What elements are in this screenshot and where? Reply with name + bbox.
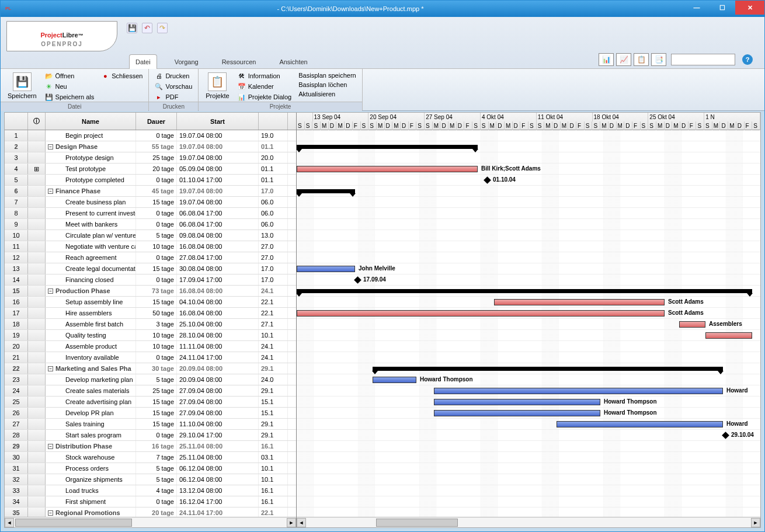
collapse-icon[interactable]: − [48,444,53,449]
task-name-cell[interactable]: Develop PR plan [46,408,136,418]
projects-dialog-button[interactable]: 📊Projekte Dialog [237,92,293,102]
end-cell[interactable]: 22.1 [259,507,288,517]
end-cell[interactable]: 24.1 [259,341,288,352]
task-name-cell[interactable]: −Marketing and Sales Pha [46,363,136,374]
start-cell[interactable]: 16.08.04 08:00 [177,308,259,318]
duration-cell[interactable]: 10 tage [136,241,177,252]
end-cell[interactable]: 29.1 [259,430,288,440]
task-name-cell[interactable]: Quality testing [46,330,136,340]
end-cell[interactable]: 29.1 [259,385,288,396]
gantt-row[interactable]: Howard Thompson [297,397,760,408]
start-cell[interactable]: 19.07.04 08:00 [177,130,259,141]
duration-cell[interactable]: 15 tage [136,197,177,207]
end-cell[interactable]: 22.1 [259,308,288,318]
duration-cell[interactable]: 0 tage [136,252,177,263]
row-number[interactable]: 20 [5,341,28,352]
start-cell[interactable]: 06.12.04 08:00 [177,463,259,474]
start-cell[interactable]: 11.10.04 08:00 [177,419,259,429]
gantt-row[interactable] [297,130,760,141]
row-number[interactable]: 33 [5,485,28,496]
task-row[interactable]: 5Prototype completed0 tage01.10.04 17:00… [5,175,296,186]
header-duration[interactable]: Dauer [136,113,177,130]
row-number[interactable]: 17 [5,308,28,318]
duration-cell[interactable]: 50 tage [136,308,177,318]
task-name-cell[interactable]: Assemble first batch [46,319,136,329]
ribbon-tab-datei[interactable]: Datei [129,54,157,69]
gantt-row[interactable] [297,152,760,164]
row-number[interactable]: 13 [5,263,28,274]
end-cell[interactable]: 16.1 [259,441,288,451]
task-name-cell[interactable]: −Finance Phase [46,186,136,196]
end-cell[interactable]: 19.0 [259,130,288,141]
end-cell[interactable]: 20.0 [259,152,288,163]
task-name-cell[interactable]: First shipment [46,496,136,507]
duration-cell[interactable]: 0 tage [136,496,177,507]
end-cell[interactable]: 24.1 [259,352,288,363]
start-cell[interactable]: 19.07.04 08:00 [177,152,259,163]
row-number[interactable]: 15 [5,286,28,296]
end-cell[interactable]: 10.1 [259,330,288,340]
task-name-cell[interactable]: Setup assembly line [46,297,136,307]
row-number[interactable]: 29 [5,441,28,451]
baseline-delete-button[interactable]: Basisplan löchen [297,81,357,89]
task-name-cell[interactable]: −Design Phase [46,141,136,152]
collapse-icon[interactable]: − [48,144,53,149]
header-end[interactable] [259,113,288,130]
duration-cell[interactable]: 0 tage [136,175,177,185]
qat-redo-button[interactable]: ↷ [157,23,168,33]
header-num[interactable] [5,113,28,130]
duration-cell[interactable]: 73 tage [136,286,177,296]
gantt-row[interactable] [297,330,760,341]
gantt-scroll-right[interactable]: ► [751,518,760,527]
task-row[interactable]: 23Develop marketing plan5 tage20.09.04 0… [5,374,296,385]
task-row[interactable]: 35−Regional Promotions20 tage24.11.04 17… [5,507,296,517]
end-cell[interactable]: 29.1 [259,363,288,374]
start-cell[interactable]: 24.11.04 17:00 [177,507,259,517]
duration-cell[interactable]: 15 tage [136,397,177,407]
gantt-row[interactable]: Howard [297,419,760,430]
duration-cell[interactable]: 10 tage [136,330,177,340]
task-name-cell[interactable]: −Distribution Phase [46,441,136,451]
projects-button[interactable]: 📋 Projekte [203,71,231,100]
gantt-row[interactable]: Scott Adams [297,297,760,308]
end-cell[interactable]: 10.1 [259,474,288,485]
task-row[interactable]: 21Inventory available0 tage24.11.04 17:0… [5,352,296,363]
end-cell[interactable]: 22.1 [259,297,288,307]
gantt-row[interactable]: 01.10.04 [297,175,760,186]
row-number[interactable]: 1 [5,130,28,141]
calendar-button[interactable]: 📅Kalender [237,82,293,91]
duration-cell[interactable]: 16 tage [136,441,177,451]
end-cell[interactable]: 10.1 [259,463,288,474]
duration-cell[interactable]: 15 tage [136,419,177,429]
task-row[interactable]: 11Negotiate with venture cap10 tage16.08… [5,241,296,252]
gantt-body[interactable]: Bill Kirk;Scott Adams01.10.04John Melvil… [297,130,760,527]
task-name-cell[interactable]: Create advertising plan [46,397,136,407]
start-cell[interactable]: 27.09.04 08:00 [177,397,259,407]
update-button[interactable]: Aktualisieren [297,90,357,98]
start-cell[interactable]: 16.12.04 17:00 [177,496,259,507]
row-number[interactable]: 28 [5,430,28,440]
grid-body[interactable]: 1Begin project0 tage19.07.04 08:0019.02−… [5,130,296,517]
ribbon-tab-vorgang[interactable]: Vorgang [169,55,204,69]
end-cell[interactable]: 15.1 [259,408,288,418]
start-cell[interactable]: 27.08.04 17:00 [177,252,259,263]
task-row[interactable]: 20Assemble product10 tage11.11.04 08:002… [5,341,296,352]
summary-bar[interactable] [297,145,478,149]
end-cell[interactable]: 17.0 [259,274,288,285]
end-cell[interactable]: 24.0 [259,374,288,385]
gantt-row[interactable] [297,485,760,496]
duration-cell[interactable]: 30 tage [136,363,177,374]
milestone-marker[interactable] [484,176,491,184]
start-cell[interactable]: 09.08.04 08:00 [177,230,259,241]
end-cell[interactable]: 17.0 [259,263,288,274]
row-number[interactable]: 2 [5,141,28,152]
end-cell[interactable]: 29.1 [259,419,288,429]
duration-cell[interactable]: 0 tage [136,274,177,285]
row-number[interactable]: 24 [5,385,28,396]
collapse-icon[interactable]: − [48,288,53,294]
end-cell[interactable]: 24.1 [259,286,288,296]
gantt-row[interactable] [297,141,760,152]
help-button[interactable]: ? [742,54,753,65]
duration-cell[interactable]: 7 tage [136,452,177,463]
task-row[interactable]: 32Organize shipments5 tage06.12.04 08:00… [5,474,296,485]
